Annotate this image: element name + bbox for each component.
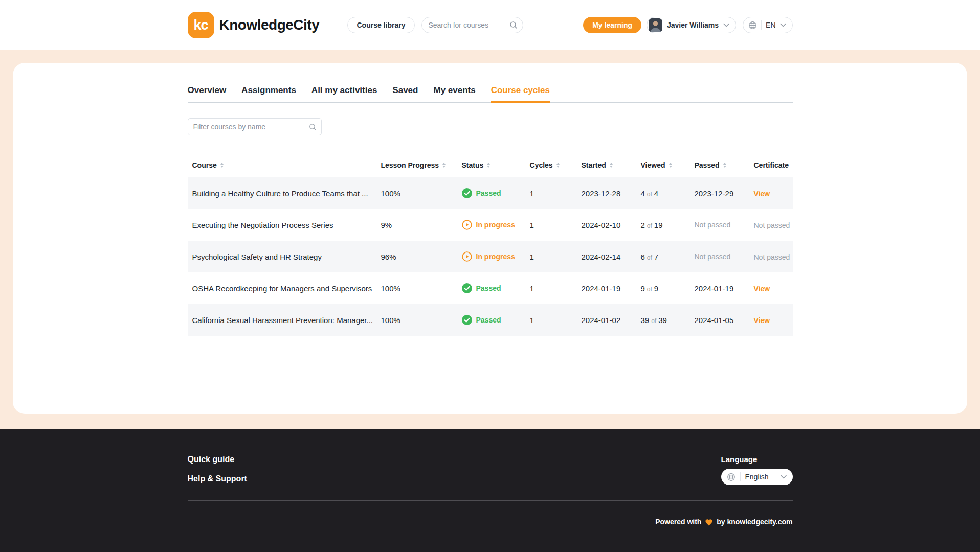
sort-icon[interactable] — [723, 163, 726, 168]
lesson-progress-value: 100% — [381, 189, 462, 198]
table-row: California Sexual Harassment Prevention:… — [188, 304, 793, 336]
status-cell: Passed — [462, 315, 530, 325]
column-header-passed[interactable]: Passed — [695, 161, 754, 169]
certificate-status: Not passed — [754, 221, 790, 229]
search-icon[interactable] — [509, 21, 518, 29]
lesson-progress-value: 100% — [381, 284, 462, 293]
tab-overview[interactable]: Overview — [188, 85, 227, 103]
column-header-lesson-progress[interactable]: Lesson Progress — [381, 161, 462, 169]
viewed-cell: 39of39 — [641, 316, 695, 325]
viewed-total: 9 — [654, 284, 658, 293]
started-date: 2023-12-28 — [582, 189, 641, 198]
column-label: Certificate — [754, 161, 789, 169]
column-header-cycles[interactable]: Cycles — [530, 161, 582, 169]
view-certificate-link[interactable]: View — [754, 285, 770, 293]
course-cell: Psychological Safety and HR Strategy — [188, 252, 381, 261]
sort-icon[interactable] — [487, 163, 490, 168]
course-link[interactable]: Building a Healthy Culture to Produce Te… — [192, 189, 368, 198]
knowledgecity-logo-icon: kc — [188, 12, 214, 38]
course-link[interactable]: Executing the Negotiation Process Series — [192, 221, 333, 229]
column-header-viewed[interactable]: Viewed — [641, 161, 695, 169]
column-label: Started — [582, 161, 606, 169]
passed-date: 2023-12-29 — [695, 189, 754, 198]
view-certificate-link[interactable]: View — [754, 190, 770, 198]
viewed-cell: 6of7 — [641, 252, 695, 261]
lesson-progress-value: 96% — [381, 252, 462, 261]
course-library-button[interactable]: Course library — [347, 17, 415, 33]
avatar — [649, 18, 662, 32]
sort-icon[interactable] — [442, 163, 446, 168]
chevron-down-icon — [781, 475, 787, 479]
brand-name: KnowledgeCity — [219, 17, 320, 33]
tab-my-events[interactable]: My events — [433, 85, 475, 103]
chevron-down-icon — [780, 23, 786, 27]
tab-assignments[interactable]: Assignments — [241, 85, 296, 103]
viewed-cell: 2of19 — [641, 221, 695, 229]
user-menu[interactable]: Javier Williams — [647, 17, 736, 33]
header-search[interactable] — [421, 17, 523, 33]
powered-by: Powered with by knowledgecity.com — [188, 518, 793, 526]
check-circle-icon — [462, 315, 472, 325]
view-certificate-link[interactable]: View — [754, 316, 770, 325]
table-body: Building a Healthy Culture to Produce Te… — [188, 177, 793, 336]
search-input[interactable] — [428, 21, 509, 29]
sort-icon[interactable] — [669, 163, 672, 168]
viewed-cell: 9of9 — [641, 284, 695, 293]
cycles-value: 1 — [530, 221, 582, 229]
column-header-course[interactable]: Course — [188, 161, 381, 169]
help-support-link[interactable]: Help & Support — [188, 474, 247, 484]
certificate-cell: View — [754, 316, 793, 325]
viewed-of-label: of — [647, 286, 652, 293]
lesson-progress-value: 100% — [381, 316, 462, 325]
footer-language: Language English — [721, 455, 793, 485]
language-code: EN — [766, 21, 775, 29]
status-label: Passed — [476, 316, 501, 324]
column-header-status[interactable]: Status — [462, 161, 530, 169]
search-icon — [309, 123, 317, 131]
my-learning-button[interactable]: My learning — [583, 17, 641, 33]
passed-date: 2024-01-19 — [695, 284, 754, 293]
language-selector[interactable]: EN — [743, 17, 792, 33]
play-circle-icon — [462, 251, 472, 262]
viewed-of-label: of — [651, 317, 656, 325]
main-card: Overview Assignments All my activities S… — [13, 63, 967, 414]
status-cell: Passed — [462, 188, 530, 198]
header: kc KnowledgeCity Course library My learn… — [0, 0, 980, 50]
lesson-progress-value: 9% — [381, 221, 462, 229]
column-label: Passed — [695, 161, 720, 169]
course-filter[interactable] — [188, 118, 322, 135]
cycles-value: 1 — [530, 252, 582, 261]
viewed-count: 9 — [641, 284, 645, 293]
table-row: OSHA Recordkeeping for Managers and Supe… — [188, 272, 793, 304]
tab-all-my-activities[interactable]: All my activities — [311, 85, 377, 103]
footer-links: Quick guide Help & Support — [188, 455, 247, 485]
status-label: Passed — [476, 189, 501, 197]
course-link[interactable]: California Sexual Harassment Prevention:… — [192, 316, 373, 325]
powered-prefix: Powered with — [655, 518, 701, 526]
course-link[interactable]: Psychological Safety and HR Strategy — [192, 252, 322, 261]
divider — [740, 472, 741, 481]
cycles-value: 1 — [530, 189, 582, 198]
certificate-cell: Not passed — [754, 252, 793, 261]
tab-course-cycles[interactable]: Course cycles — [491, 85, 550, 103]
passed-date: 2024-01-05 — [695, 316, 754, 325]
footer-language-select[interactable]: English — [721, 469, 793, 485]
check-circle-icon — [462, 283, 472, 293]
viewed-count: 6 — [641, 252, 645, 261]
course-cell: Building a Healthy Culture to Produce Te… — [188, 189, 381, 198]
column-label: Lesson Progress — [381, 161, 439, 169]
sort-icon[interactable] — [220, 163, 224, 168]
brand-logo[interactable]: kc KnowledgeCity — [188, 12, 347, 38]
column-label: Viewed — [641, 161, 665, 169]
course-link[interactable]: OSHA Recordkeeping for Managers and Supe… — [192, 284, 372, 293]
table-header: Course Lesson Progress Status Cycles Sta… — [188, 158, 793, 172]
filter-input[interactable] — [193, 123, 309, 131]
column-header-started[interactable]: Started — [582, 161, 641, 169]
sort-icon[interactable] — [610, 163, 613, 168]
tab-saved[interactable]: Saved — [392, 85, 418, 103]
sort-icon[interactable] — [556, 163, 560, 168]
chevron-down-icon — [723, 23, 729, 27]
viewed-of-label: of — [647, 222, 652, 229]
quick-guide-link[interactable]: Quick guide — [188, 455, 247, 464]
column-header-certificate: Certificate — [754, 161, 793, 169]
